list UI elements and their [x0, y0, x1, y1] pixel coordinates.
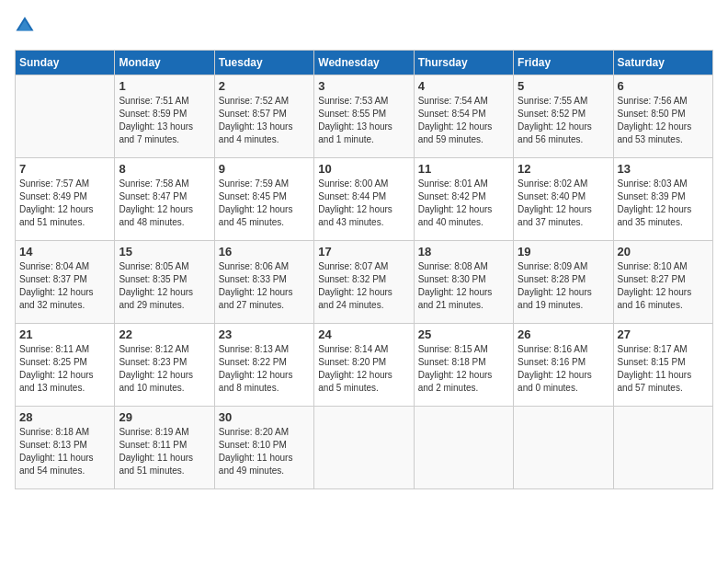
calendar-cell: 2Sunrise: 7:52 AM Sunset: 8:57 PM Daylig…	[214, 75, 313, 158]
logo	[15, 15, 37, 39]
calendar-cell: 12Sunrise: 8:02 AM Sunset: 8:40 PM Dayli…	[514, 158, 613, 241]
calendar-cell	[613, 407, 712, 489]
weekday-header-sunday: Sunday	[16, 51, 115, 75]
calendar-week-row: 14Sunrise: 8:04 AM Sunset: 8:37 PM Dayli…	[16, 241, 713, 324]
day-number: 16	[219, 245, 310, 259]
day-number: 7	[19, 162, 110, 176]
calendar-header-row: SundayMondayTuesdayWednesdayThursdayFrid…	[16, 51, 713, 75]
day-number: 5	[518, 79, 609, 93]
day-info: Sunrise: 7:54 AM Sunset: 8:54 PM Dayligh…	[418, 95, 509, 146]
calendar-cell: 11Sunrise: 8:01 AM Sunset: 8:42 PM Dayli…	[414, 158, 513, 241]
calendar-cell: 5Sunrise: 7:55 AM Sunset: 8:52 PM Daylig…	[514, 75, 613, 158]
day-info: Sunrise: 7:55 AM Sunset: 8:52 PM Dayligh…	[518, 95, 609, 146]
day-info: Sunrise: 8:02 AM Sunset: 8:40 PM Dayligh…	[518, 178, 609, 229]
calendar-cell: 14Sunrise: 8:04 AM Sunset: 8:37 PM Dayli…	[16, 241, 115, 324]
calendar-cell: 13Sunrise: 8:03 AM Sunset: 8:39 PM Dayli…	[613, 158, 712, 241]
day-info: Sunrise: 7:53 AM Sunset: 8:55 PM Dayligh…	[318, 95, 409, 146]
day-number: 10	[318, 162, 409, 176]
weekday-header-saturday: Saturday	[613, 51, 712, 75]
day-number: 24	[318, 327, 409, 341]
day-number: 19	[518, 245, 609, 259]
day-number: 27	[618, 327, 709, 341]
day-info: Sunrise: 8:07 AM Sunset: 8:32 PM Dayligh…	[318, 260, 409, 312]
day-info: Sunrise: 8:17 AM Sunset: 8:15 PM Dayligh…	[618, 343, 709, 395]
calendar-cell	[314, 407, 414, 489]
calendar-cell: 29Sunrise: 8:19 AM Sunset: 8:11 PM Dayli…	[115, 407, 214, 489]
day-number: 12	[518, 162, 609, 176]
day-number: 14	[19, 245, 110, 259]
day-info: Sunrise: 7:51 AM Sunset: 8:59 PM Dayligh…	[119, 95, 210, 146]
day-info: Sunrise: 8:19 AM Sunset: 8:11 PM Dayligh…	[119, 426, 210, 477]
day-info: Sunrise: 7:52 AM Sunset: 8:57 PM Dayligh…	[219, 95, 310, 146]
logo-icon	[15, 15, 35, 35]
weekday-header-wednesday: Wednesday	[314, 51, 414, 75]
day-number: 28	[19, 410, 110, 424]
calendar-cell	[16, 75, 115, 158]
calendar-cell: 18Sunrise: 8:08 AM Sunset: 8:30 PM Dayli…	[414, 241, 513, 324]
calendar-cell: 23Sunrise: 8:13 AM Sunset: 8:22 PM Dayli…	[214, 324, 313, 407]
day-number: 15	[119, 245, 210, 259]
calendar-week-row: 1Sunrise: 7:51 AM Sunset: 8:59 PM Daylig…	[16, 75, 713, 158]
day-number: 30	[219, 410, 310, 424]
calendar-cell: 9Sunrise: 7:59 AM Sunset: 8:45 PM Daylig…	[214, 158, 313, 241]
calendar-cell: 1Sunrise: 7:51 AM Sunset: 8:59 PM Daylig…	[115, 75, 214, 158]
calendar-cell	[414, 407, 513, 489]
day-number: 9	[219, 162, 310, 176]
calendar-cell: 3Sunrise: 7:53 AM Sunset: 8:55 PM Daylig…	[314, 75, 414, 158]
calendar-cell: 30Sunrise: 8:20 AM Sunset: 8:10 PM Dayli…	[214, 407, 313, 489]
calendar-cell: 24Sunrise: 8:14 AM Sunset: 8:20 PM Dayli…	[314, 324, 414, 407]
calendar-week-row: 7Sunrise: 7:57 AM Sunset: 8:49 PM Daylig…	[16, 158, 713, 241]
day-number: 2	[219, 79, 310, 93]
day-number: 4	[418, 79, 509, 93]
calendar-cell: 17Sunrise: 8:07 AM Sunset: 8:32 PM Dayli…	[314, 241, 414, 324]
day-info: Sunrise: 8:01 AM Sunset: 8:42 PM Dayligh…	[418, 178, 509, 229]
calendar-cell: 7Sunrise: 7:57 AM Sunset: 8:49 PM Daylig…	[16, 158, 115, 241]
day-info: Sunrise: 8:20 AM Sunset: 8:10 PM Dayligh…	[219, 426, 310, 477]
calendar-cell: 21Sunrise: 8:11 AM Sunset: 8:25 PM Dayli…	[16, 324, 115, 407]
calendar-cell: 20Sunrise: 8:10 AM Sunset: 8:27 PM Dayli…	[613, 241, 712, 324]
day-number: 29	[119, 410, 210, 424]
day-number: 20	[618, 245, 709, 259]
day-info: Sunrise: 7:59 AM Sunset: 8:45 PM Dayligh…	[219, 178, 310, 229]
weekday-header-friday: Friday	[514, 51, 613, 75]
day-info: Sunrise: 8:12 AM Sunset: 8:23 PM Dayligh…	[119, 343, 210, 395]
calendar-cell: 16Sunrise: 8:06 AM Sunset: 8:33 PM Dayli…	[214, 241, 313, 324]
calendar-cell: 27Sunrise: 8:17 AM Sunset: 8:15 PM Dayli…	[613, 324, 712, 407]
day-info: Sunrise: 8:09 AM Sunset: 8:28 PM Dayligh…	[518, 260, 609, 312]
day-info: Sunrise: 8:05 AM Sunset: 8:35 PM Dayligh…	[119, 260, 210, 312]
day-info: Sunrise: 8:13 AM Sunset: 8:22 PM Dayligh…	[219, 343, 310, 395]
day-info: Sunrise: 7:58 AM Sunset: 8:47 PM Dayligh…	[119, 178, 210, 229]
calendar-week-row: 21Sunrise: 8:11 AM Sunset: 8:25 PM Dayli…	[16, 324, 713, 407]
day-info: Sunrise: 8:14 AM Sunset: 8:20 PM Dayligh…	[318, 343, 409, 395]
calendar-cell: 4Sunrise: 7:54 AM Sunset: 8:54 PM Daylig…	[414, 75, 513, 158]
day-info: Sunrise: 7:56 AM Sunset: 8:50 PM Dayligh…	[618, 95, 709, 146]
calendar-cell: 22Sunrise: 8:12 AM Sunset: 8:23 PM Dayli…	[115, 324, 214, 407]
calendar-cell: 19Sunrise: 8:09 AM Sunset: 8:28 PM Dayli…	[514, 241, 613, 324]
weekday-header-thursday: Thursday	[414, 51, 513, 75]
day-info: Sunrise: 8:11 AM Sunset: 8:25 PM Dayligh…	[19, 343, 110, 395]
day-info: Sunrise: 8:15 AM Sunset: 8:18 PM Dayligh…	[418, 343, 509, 395]
page-header	[15, 15, 713, 39]
day-info: Sunrise: 8:18 AM Sunset: 8:13 PM Dayligh…	[19, 426, 110, 477]
day-info: Sunrise: 8:04 AM Sunset: 8:37 PM Dayligh…	[19, 260, 110, 312]
day-number: 22	[119, 327, 210, 341]
calendar-cell: 26Sunrise: 8:16 AM Sunset: 8:16 PM Dayli…	[514, 324, 613, 407]
day-number: 23	[219, 327, 310, 341]
weekday-header-tuesday: Tuesday	[214, 51, 313, 75]
day-number: 1	[119, 79, 210, 93]
day-number: 17	[318, 245, 409, 259]
calendar-cell: 10Sunrise: 8:00 AM Sunset: 8:44 PM Dayli…	[314, 158, 414, 241]
day-info: Sunrise: 8:10 AM Sunset: 8:27 PM Dayligh…	[618, 260, 709, 312]
day-number: 18	[418, 245, 509, 259]
day-number: 6	[618, 79, 709, 93]
day-info: Sunrise: 8:03 AM Sunset: 8:39 PM Dayligh…	[618, 178, 709, 229]
day-number: 8	[119, 162, 210, 176]
day-number: 21	[19, 327, 110, 341]
calendar-cell: 6Sunrise: 7:56 AM Sunset: 8:50 PM Daylig…	[613, 75, 712, 158]
day-info: Sunrise: 8:00 AM Sunset: 8:44 PM Dayligh…	[318, 178, 409, 229]
weekday-header-monday: Monday	[115, 51, 214, 75]
calendar-week-row: 28Sunrise: 8:18 AM Sunset: 8:13 PM Dayli…	[16, 407, 713, 489]
day-number: 13	[618, 162, 709, 176]
calendar-cell	[514, 407, 613, 489]
day-info: Sunrise: 8:06 AM Sunset: 8:33 PM Dayligh…	[219, 260, 310, 312]
